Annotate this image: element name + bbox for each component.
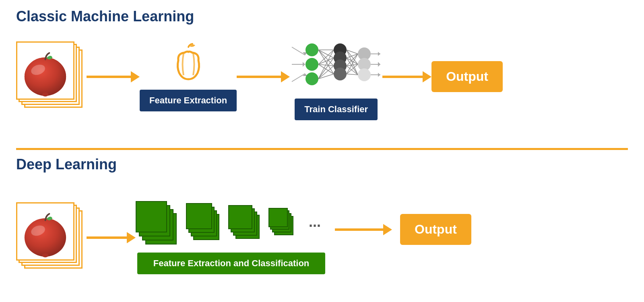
deep-stack-frame-4 xyxy=(16,202,74,261)
classic-image-stack xyxy=(16,41,87,112)
svg-point-52 xyxy=(42,253,49,257)
svg-marker-47 xyxy=(378,62,380,67)
svg-point-50 xyxy=(25,218,66,257)
deep-arrow-line-2 xyxy=(335,228,383,231)
dl-feature-label: Feature Extraction and Classification xyxy=(137,253,326,274)
page-container: Classic Machine Learning xyxy=(0,0,644,302)
svg-point-3 xyxy=(42,92,49,97)
deep-arrow-line-1 xyxy=(87,236,127,239)
deep-learning-title: Deep Learning xyxy=(16,156,628,173)
classic-ml-section: Classic Machine Learning xyxy=(16,8,628,146)
svg-marker-7 xyxy=(303,62,305,67)
dl-tile-3d xyxy=(228,205,252,229)
dl-tile-2d xyxy=(186,203,212,229)
classic-output-box: Output xyxy=(431,61,503,92)
dl-stack-group-4 xyxy=(268,208,297,242)
classic-flow-items: Feature Extraction xyxy=(16,33,628,120)
dl-tile-1d xyxy=(136,201,167,232)
classic-ml-title: Classic Machine Learning xyxy=(16,8,628,25)
arrow-line-3 xyxy=(382,76,423,78)
feature-extraction-item: Feature Extraction xyxy=(140,42,237,111)
svg-line-40 xyxy=(347,74,358,75)
dl-stacks-row: ... xyxy=(136,201,327,249)
svg-point-12 xyxy=(305,72,318,85)
deep-arrow-2 xyxy=(335,224,392,235)
feature-extraction-label: Feature Extraction xyxy=(140,90,237,111)
deep-flow-items: ... Feature Extraction and Classificatio… xyxy=(16,181,628,294)
svg-line-8 xyxy=(292,74,305,82)
dl-stack-group-2 xyxy=(186,203,222,247)
arrow-2 xyxy=(237,71,290,82)
arrow-head-2 xyxy=(281,71,290,82)
arrow-head-3 xyxy=(423,71,431,82)
arrow-1 xyxy=(87,71,140,82)
svg-point-43 xyxy=(358,68,371,81)
neural-net-item: Train Classifier xyxy=(290,33,382,120)
deep-output-box: Output xyxy=(400,214,471,245)
dl-tile-4d xyxy=(268,208,288,227)
svg-marker-49 xyxy=(378,73,380,77)
svg-point-28 xyxy=(334,68,347,80)
svg-point-1 xyxy=(25,58,66,96)
dl-dots: ... xyxy=(309,214,321,230)
neural-net-svg xyxy=(290,33,382,95)
svg-line-4 xyxy=(292,47,305,55)
deep-arrow-head-1 xyxy=(127,232,136,243)
deep-arrow-1 xyxy=(87,232,136,243)
deep-image-stack xyxy=(16,202,87,273)
deep-arrow-head-2 xyxy=(383,224,392,235)
feature-icon-svg xyxy=(166,42,211,86)
arrow-line-1 xyxy=(87,76,131,78)
arrow-head-1 xyxy=(131,71,140,82)
classic-flow: Feature Extraction xyxy=(16,33,628,120)
deep-learning-section: Deep Learning xyxy=(16,156,628,294)
svg-point-10 xyxy=(305,43,318,56)
arrow-line-2 xyxy=(237,76,281,78)
apple-svg-2 xyxy=(17,203,73,259)
dl-stack-group-1 xyxy=(136,201,180,249)
stack-frame-4 xyxy=(16,41,74,100)
arrow-3 xyxy=(382,71,431,82)
dl-layers-content: ... Feature Extraction and Classificatio… xyxy=(136,201,327,274)
svg-marker-45 xyxy=(378,52,380,56)
train-classifier-label: Train Classifier xyxy=(295,99,378,120)
svg-point-11 xyxy=(305,58,318,71)
section-divider xyxy=(16,148,628,150)
dl-stack-group-3 xyxy=(228,205,262,245)
apple-svg xyxy=(17,43,73,99)
